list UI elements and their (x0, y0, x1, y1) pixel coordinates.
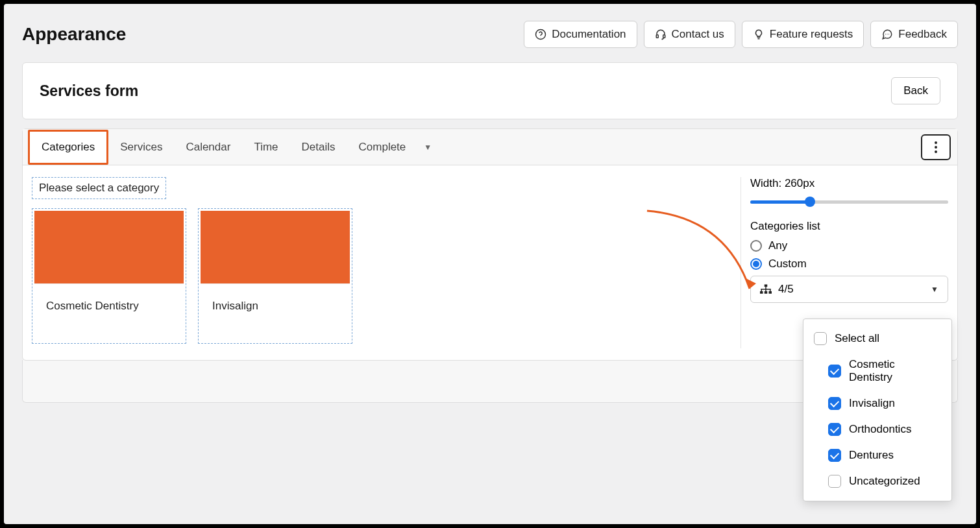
dropdown-option-dentures[interactable]: Dentures (803, 442, 951, 468)
chevron-down-icon: ▼ (931, 285, 938, 294)
slider-thumb[interactable] (805, 197, 815, 207)
radio-any-label: Any (768, 239, 787, 252)
dropdown-option-cosmetic-dentistry[interactable]: Cosmetic Dentistry (803, 352, 951, 390)
tab-calendar[interactable]: Calendar (174, 132, 242, 163)
feature-label: Feature requests (770, 28, 853, 41)
svg-rect-2 (656, 35, 658, 38)
tab-categories[interactable]: Categories (28, 130, 108, 165)
dropdown-option-invisalign[interactable]: Invisalign (803, 390, 951, 416)
select-value: 4/5 (778, 283, 794, 296)
dropdown-select-all[interactable]: Select all (803, 326, 951, 352)
preview-area: Please select a category Cosmetic Dentis… (32, 177, 741, 348)
tab-complete[interactable]: Complete (347, 132, 418, 163)
categories-list-label: Categories list (750, 220, 948, 233)
dropdown-option-orthodontics[interactable]: Orthodontics (803, 416, 951, 442)
svg-point-4 (885, 34, 886, 34)
svg-rect-3 (663, 35, 665, 38)
radio-any[interactable]: Any (750, 239, 948, 252)
form-title: Services form (40, 82, 138, 100)
svg-rect-9 (765, 291, 768, 294)
more-actions-button[interactable] (921, 134, 951, 160)
tabs-panel: Categories Services Calendar Time Detail… (22, 128, 958, 361)
tab-time[interactable]: Time (242, 132, 289, 163)
checkbox-icon (828, 449, 841, 462)
dropdown-option-uncategorized[interactable]: Uncategorized (803, 468, 951, 494)
checkbox-icon (828, 397, 841, 410)
radio-icon (750, 240, 762, 252)
contact-link[interactable]: Contact us (644, 21, 735, 48)
feedback-link[interactable]: Feedback (870, 21, 958, 48)
radio-custom-label: Custom (768, 258, 807, 270)
category-image-placeholder (201, 211, 350, 283)
form-header-card: Services form Back (22, 62, 958, 119)
tabs-row: Categories Services Calendar Time Detail… (23, 129, 957, 165)
feature-requests-link[interactable]: Feature requests (742, 21, 864, 48)
vertical-dots-icon (935, 141, 937, 153)
category-prompt: Please select a category (32, 177, 166, 199)
radio-custom[interactable]: Custom (750, 258, 948, 270)
settings-sidebar: Width: 260px Categories list Any Custom (741, 177, 948, 348)
svg-point-1 (541, 37, 541, 38)
svg-point-0 (536, 30, 546, 40)
checkbox-icon (828, 475, 841, 488)
svg-point-6 (888, 34, 889, 34)
checkbox-icon (814, 332, 827, 345)
page-title: Appearance (22, 24, 126, 45)
tab-details[interactable]: Details (290, 132, 347, 163)
checkbox-icon (828, 365, 841, 378)
dropdown-label: Select all (835, 332, 879, 345)
documentation-label: Documentation (552, 28, 626, 41)
back-button[interactable]: Back (891, 77, 940, 104)
tab-services[interactable]: Services (108, 132, 174, 163)
svg-rect-13 (761, 289, 763, 291)
category-card-invisalign[interactable]: Invisalign (198, 208, 352, 344)
documentation-link[interactable]: Documentation (524, 21, 637, 48)
category-card-label: Invisalign (201, 283, 350, 341)
categories-dropdown: Select all Cosmetic Dentistry Invisalign… (803, 318, 952, 501)
lightbulb-icon (753, 29, 765, 40)
dropdown-label: Invisalign (849, 397, 895, 410)
dropdown-label: Orthodontics (849, 423, 911, 436)
tabs-overflow-caret[interactable]: ▼ (417, 143, 438, 152)
svg-rect-10 (769, 291, 772, 294)
svg-rect-7 (765, 285, 768, 287)
width-label: Width: 260px (750, 177, 948, 190)
svg-rect-15 (770, 289, 771, 291)
dropdown-label: Cosmetic Dentistry (849, 358, 941, 384)
category-image-placeholder (34, 211, 184, 283)
svg-rect-8 (760, 291, 763, 294)
dropdown-label: Uncategorized (849, 475, 920, 488)
width-slider[interactable] (750, 195, 948, 208)
contact-label: Contact us (672, 28, 724, 41)
dropdown-label: Dentures (849, 449, 894, 462)
help-circle-icon (535, 29, 546, 40)
category-card-label: Cosmetic Dentistry (34, 283, 184, 341)
category-card-cosmetic-dentistry[interactable]: Cosmetic Dentistry (32, 208, 186, 344)
sitemap-icon (760, 284, 772, 294)
chat-icon (881, 29, 893, 40)
feedback-label: Feedback (898, 28, 947, 41)
categories-select[interactable]: 4/5 ▼ (750, 276, 948, 303)
headset-icon (655, 29, 667, 40)
checkbox-icon (828, 423, 841, 436)
svg-point-5 (887, 34, 888, 34)
top-links: Documentation Contact us Feature request… (524, 21, 958, 48)
svg-rect-14 (765, 289, 766, 291)
radio-icon (750, 258, 762, 270)
